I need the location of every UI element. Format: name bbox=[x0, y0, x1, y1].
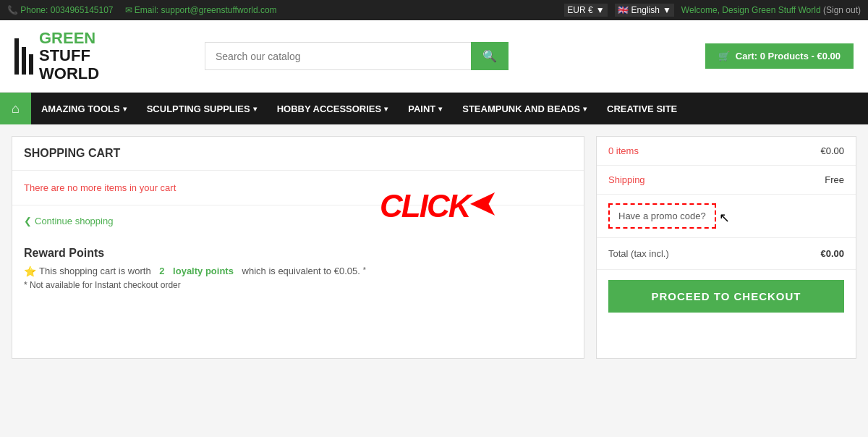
currency-arrow-icon: ▼ bbox=[596, 5, 605, 15]
nav-label-sculpting-supplies: SCULPTING SUPPLIES bbox=[147, 103, 250, 114]
top-bar-left: 📞 Phone: 0034965145107 ✉ Email: support@… bbox=[7, 5, 553, 15]
cart-icon: 🛒 bbox=[718, 51, 730, 61]
flag-icon: 🇬🇧 bbox=[618, 5, 629, 15]
items-label: 0 items bbox=[608, 145, 639, 156]
nav-label-hobby-accessories: HOBBY ACCESSORIES bbox=[277, 103, 381, 114]
search-icon: 🔍 bbox=[482, 50, 497, 62]
email-info: ✉ Email: support@greenstuffworld.com bbox=[125, 5, 277, 15]
email-icon: ✉ bbox=[125, 5, 132, 15]
cart-title: SHOPPING CART bbox=[12, 137, 584, 171]
nav-label-steampunk: STEAMPUNK AND BEADS bbox=[462, 103, 580, 114]
currency-selector[interactable]: EUR € ▼ bbox=[564, 4, 607, 17]
reward-points-section: Reward Points ⭐ This shopping cart is wo… bbox=[12, 237, 584, 300]
top-bar-right: EUR € ▼ 🇬🇧 English ▼ Welcome, Design Gre… bbox=[564, 4, 861, 17]
language-arrow-icon: ▼ bbox=[663, 5, 671, 15]
cart-label: Cart: 0 Products - €0.00 bbox=[736, 51, 841, 61]
promo-row: Have a promo code? ↖ CLICK ➤ bbox=[597, 195, 856, 238]
chevron-left-icon: ❮ bbox=[24, 216, 32, 226]
total-value: €0.00 bbox=[820, 248, 844, 259]
promo-code-button[interactable]: Have a promo code? bbox=[608, 203, 716, 229]
phone-label: Phone: bbox=[20, 5, 48, 15]
nav-item-amazing-tools[interactable]: AMAZING TOOLS ▾ bbox=[31, 93, 137, 124]
home-icon: ⌂ bbox=[12, 101, 20, 116]
header: GREEN STUFF WORLD 🔍 🛒 Cart: 0 Products -… bbox=[0, 20, 868, 93]
checkout-area: PROCEED TO CHECKOUT bbox=[597, 270, 856, 323]
loyalty-points-value: 2 bbox=[159, 266, 164, 276]
promo-code-label: Have a promo code? bbox=[618, 211, 706, 221]
logo-bars bbox=[14, 38, 33, 75]
nav-label-paint: PAINT bbox=[408, 103, 435, 114]
total-row: Total (tax incl.) €0.00 bbox=[597, 238, 856, 270]
chevron-down-icon: ▾ bbox=[438, 105, 442, 113]
main-content: SHOPPING CART There are no more items in… bbox=[0, 124, 868, 370]
welcome-prefix: Welcome, bbox=[681, 5, 720, 15]
shipping-label: Shipping bbox=[608, 174, 645, 185]
cart-empty-message: There are no more items in your cart bbox=[12, 171, 584, 205]
items-value: €0.00 bbox=[820, 145, 844, 156]
welcome-user: Design Green Stuff World bbox=[722, 5, 820, 15]
chevron-down-icon: ▾ bbox=[123, 105, 127, 113]
nav-item-creative-site[interactable]: CREATIVE SITE bbox=[597, 93, 687, 124]
checkout-button[interactable]: PROCEED TO CHECKOUT bbox=[608, 280, 844, 313]
reward-points-title: Reward Points bbox=[24, 247, 572, 260]
nav-item-paint[interactable]: PAINT ▾ bbox=[398, 93, 452, 124]
reward-points-text: ⭐ This shopping cart is worth 2 loyalty … bbox=[24, 266, 572, 277]
continue-shopping-label: Continue shopping bbox=[35, 216, 113, 226]
currency-label: EUR € bbox=[567, 5, 592, 15]
order-summary: 0 items €0.00 Shipping Free Have a promo… bbox=[596, 136, 856, 359]
logo-bar-3 bbox=[29, 54, 33, 75]
star-icon: ⭐ bbox=[24, 266, 36, 277]
shipping-row: Shipping Free bbox=[597, 166, 856, 195]
nav-item-hobby-accessories[interactable]: HOBBY ACCESSORIES ▾ bbox=[267, 93, 398, 124]
reward-note: * Not available for Instant checkout ord… bbox=[24, 280, 572, 290]
chevron-down-icon: ▾ bbox=[384, 105, 388, 113]
nav-label-creative-site: CREATIVE SITE bbox=[607, 103, 677, 114]
top-bar: 📞 Phone: 0034965145107 ✉ Email: support@… bbox=[0, 0, 868, 20]
reward-text-suffix: which is equivalent to €0.05. bbox=[242, 266, 360, 276]
welcome-text: Welcome, Design Green Stuff World (Sign … bbox=[681, 5, 861, 15]
phone-info: 📞 Phone: 0034965145107 bbox=[7, 5, 114, 15]
email-label: Email: bbox=[135, 5, 158, 15]
logo-bar-2 bbox=[22, 47, 26, 75]
nav-item-sculpting-supplies[interactable]: SCULPTING SUPPLIES ▾ bbox=[137, 93, 267, 124]
cursor-icon: ↖ bbox=[719, 210, 730, 226]
phone-icon: 📞 bbox=[7, 5, 18, 15]
cart-section: SHOPPING CART There are no more items in… bbox=[12, 136, 584, 359]
loyalty-points-label: loyalty points bbox=[173, 266, 234, 276]
reward-asterisk: * bbox=[363, 266, 366, 274]
logo-link[interactable]: GREEN STUFF WORLD bbox=[14, 30, 99, 82]
navigation: ⌂ AMAZING TOOLS ▾ SCULPTING SUPPLIES ▾ H… bbox=[0, 93, 868, 124]
search-input[interactable] bbox=[205, 42, 471, 70]
search-area: 🔍 bbox=[205, 42, 509, 70]
phone-number: 0034965145107 bbox=[51, 5, 114, 15]
nav-label-amazing-tools: AMAZING TOOLS bbox=[41, 103, 120, 114]
language-selector[interactable]: 🇬🇧 English ▼ bbox=[615, 4, 674, 17]
cart-button[interactable]: 🛒 Cart: 0 Products - €0.00 bbox=[705, 43, 854, 69]
sign-out-link[interactable]: (Sign out) bbox=[823, 5, 861, 15]
items-row: 0 items €0.00 bbox=[597, 137, 856, 166]
logo-bar-1 bbox=[14, 38, 19, 75]
search-button[interactable]: 🔍 bbox=[471, 42, 509, 70]
chevron-down-icon: ▾ bbox=[253, 105, 257, 113]
nav-item-steampunk[interactable]: STEAMPUNK AND BEADS ▾ bbox=[452, 93, 597, 124]
continue-shopping-link[interactable]: ❮ Continue shopping bbox=[12, 205, 584, 237]
logo-line2: STUFF bbox=[39, 47, 99, 64]
shipping-value: Free bbox=[825, 174, 844, 185]
total-label: Total (tax incl.) bbox=[608, 248, 669, 259]
language-label: English bbox=[631, 5, 660, 15]
chevron-down-icon: ▾ bbox=[583, 105, 587, 113]
email-address: support@greenstuffworld.com bbox=[161, 5, 277, 15]
logo-line3: WORLD bbox=[39, 65, 99, 82]
nav-home-button[interactable]: ⌂ bbox=[0, 93, 31, 124]
reward-text-prefix: This shopping cart is worth bbox=[39, 266, 151, 276]
logo-text: GREEN STUFF WORLD bbox=[39, 30, 99, 82]
logo-green: GREEN bbox=[39, 29, 95, 47]
